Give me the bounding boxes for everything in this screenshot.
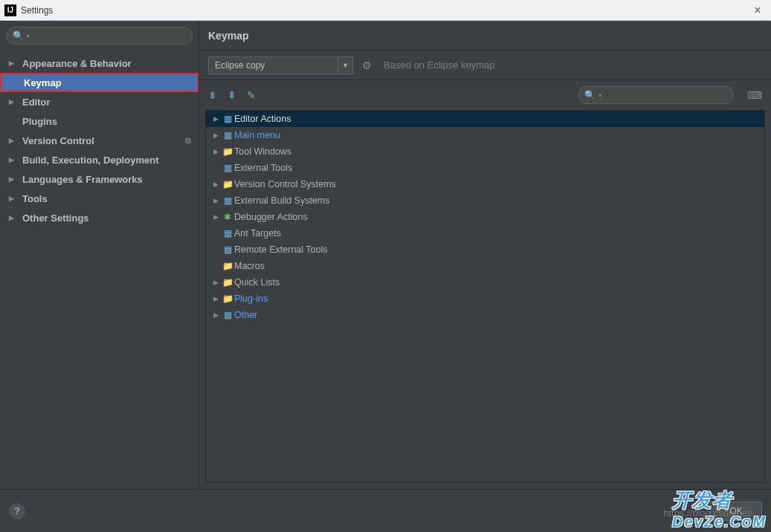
sidebar-item-label: Appearance & Behavior (22, 58, 132, 69)
folder-icon: 📁 (221, 146, 234, 157)
chevron-right-icon: ▶ (210, 148, 221, 155)
module-icon: ▦ (221, 130, 234, 140)
sidebar-item-keymap[interactable]: Keymap (0, 73, 199, 92)
chevron-right-icon: ▶ (210, 181, 221, 188)
sidebar-search-wrap: 🔍 ▾ (0, 21, 199, 51)
chevron-right-icon: ▶ (9, 137, 18, 144)
tree-item-debugger-actions[interactable]: ▶✱Debugger Actions (206, 209, 764, 225)
tree-item-label: Ant Targets (234, 228, 281, 239)
chevron-right-icon: ▶ (210, 132, 221, 139)
module-icon: ▦ (221, 228, 234, 239)
settings-sidebar: 🔍 ▾ ▶Appearance & BehaviorKeymap▶EditorP… (0, 21, 199, 489)
sidebar-item-label: Plugins (22, 116, 57, 127)
tree-item-label: Macros (234, 261, 265, 271)
folder-icon: 📁 (221, 179, 234, 189)
keymap-selector-row: Eclipse copy ▼ ⚙ Based on Eclipse keymap (199, 51, 771, 80)
help-icon[interactable]: ? (9, 503, 25, 519)
chevron-right-icon: ▶ (210, 213, 221, 221)
keymap-combo-value: Eclipse copy (209, 60, 338, 71)
chevron-right-icon: ▶ (9, 98, 18, 106)
tree-item-remote-external-tools[interactable]: ▶▦Remote External Tools (206, 241, 764, 258)
chevron-right-icon: ▶ (210, 295, 221, 302)
close-icon[interactable]: × (749, 4, 767, 17)
tree-item-plug-ins[interactable]: ▶📁Plug-ins (206, 291, 764, 307)
chevron-right-icon: ▶ (210, 115, 221, 123)
sidebar-item-version-control[interactable]: ▶Version Control⧉ (0, 131, 199, 150)
action-tree[interactable]: ▶▦Editor Actions▶▦Main menu▶📁Tool Window… (205, 110, 765, 483)
chevron-right-icon: ▶ (9, 156, 18, 163)
bug-icon: ✱ (221, 212, 234, 222)
main-header: Keymap (199, 21, 771, 51)
module-icon: ▦ (221, 114, 234, 124)
keymap-combo[interactable]: Eclipse copy ▼ (208, 56, 353, 74)
tree-item-version-control-systems[interactable]: ▶📁Version Control Systems (206, 176, 764, 192)
chevron-down-icon: ▾ (27, 33, 30, 39)
page-title: Keymap (208, 30, 248, 42)
module-icon: ▦ (221, 163, 234, 173)
tree-item-quick-lists[interactable]: ▶📁Quick Lists (206, 274, 764, 291)
window-title: Settings (21, 5, 749, 16)
sidebar-tree: ▶Appearance & BehaviorKeymap▶EditorPlugi… (0, 51, 199, 489)
tree-item-external-build-systems[interactable]: ▶▦External Build Systems (206, 192, 764, 209)
tree-item-main-menu[interactable]: ▶▦Main menu (206, 127, 764, 143)
sidebar-item-languages-frameworks[interactable]: ▶Languages & Frameworks (0, 169, 199, 189)
tree-item-macros[interactable]: ▶📁Macros (206, 258, 764, 274)
dialog-footer: ? OK (0, 489, 771, 532)
tree-item-label: Quick Lists (234, 277, 280, 288)
tree-item-editor-actions[interactable]: ▶▦Editor Actions (206, 111, 764, 127)
copy-icon: ⧉ (185, 136, 191, 146)
sidebar-item-plugins[interactable]: Plugins (0, 111, 199, 131)
tree-item-tool-windows[interactable]: ▶📁Tool Windows (206, 143, 764, 160)
module-icon: ▦ (221, 195, 234, 206)
search-icon: 🔍 (584, 90, 596, 100)
edit-icon[interactable]: ✎ (247, 89, 256, 101)
sidebar-item-label: Version Control (22, 135, 94, 146)
ok-button[interactable]: OK (710, 502, 762, 521)
chevron-right-icon: ▶ (210, 197, 221, 204)
chevron-down-icon: ▾ (599, 92, 601, 99)
search-icon: 🔍 (13, 30, 24, 41)
sidebar-item-tools[interactable]: ▶Tools (0, 189, 199, 208)
tree-item-label: Main menu (234, 130, 280, 140)
module-icon: ▦ (221, 310, 234, 320)
sidebar-item-appearance-behavior[interactable]: ▶Appearance & Behavior (0, 53, 199, 73)
tree-item-label: Tool Windows (234, 146, 291, 157)
tree-item-label: Editor Actions (234, 114, 291, 124)
tree-item-label: External Tools (234, 163, 292, 173)
tree-item-other[interactable]: ▶▦Other (206, 307, 764, 323)
action-search-input[interactable]: 🔍 ▾ (578, 86, 734, 104)
find-by-shortcut-icon[interactable]: ⌨ (747, 89, 762, 101)
chevron-right-icon: ▶ (9, 195, 18, 202)
sidebar-item-build-execution-deployment[interactable]: ▶Build, Execution, Deployment (0, 150, 199, 169)
chevron-right-icon: ▶ (9, 175, 18, 183)
folder-icon: 📁 (221, 277, 234, 288)
module-icon: ▦ (221, 244, 234, 255)
sidebar-item-editor[interactable]: ▶Editor (0, 92, 199, 111)
tree-item-label: Plug-ins (234, 293, 268, 304)
tree-item-external-tools[interactable]: ▶▦External Tools (206, 160, 764, 176)
tree-item-label: External Build Systems (234, 195, 330, 206)
sidebar-item-label: Languages & Frameworks (22, 174, 143, 185)
sidebar-item-label: Build, Execution, Deployment (22, 155, 158, 166)
chevron-down-icon[interactable]: ▼ (338, 57, 352, 74)
chevron-right-icon: ▶ (9, 214, 18, 221)
titlebar: IJ Settings × (0, 0, 771, 21)
tree-item-label: Remote External Tools (234, 244, 328, 255)
gear-icon[interactable]: ⚙ (362, 59, 372, 71)
collapse-all-icon[interactable]: ⇞ (228, 89, 236, 101)
tree-item-label: Version Control Systems (234, 179, 336, 189)
tree-item-ant-targets[interactable]: ▶▦Ant Targets (206, 225, 764, 241)
folder-icon: 📁 (221, 261, 234, 271)
sidebar-item-label: Keymap (24, 77, 62, 88)
chevron-right-icon: ▶ (9, 59, 18, 67)
chevron-right-icon: ▶ (210, 279, 221, 286)
sidebar-search-input[interactable]: 🔍 ▾ (6, 27, 193, 45)
tree-item-label: Other (234, 310, 257, 320)
sidebar-item-label: Other Settings (22, 213, 89, 224)
app-icon: IJ (4, 4, 16, 16)
sidebar-item-label: Editor (22, 97, 51, 108)
tree-item-label: Debugger Actions (234, 212, 308, 222)
expand-all-icon[interactable]: ⇟ (208, 89, 217, 101)
keymap-toolbar: ⇟ ⇞ ✎ 🔍 ▾ ⌨ (199, 80, 771, 110)
sidebar-item-other-settings[interactable]: ▶Other Settings (0, 208, 199, 227)
